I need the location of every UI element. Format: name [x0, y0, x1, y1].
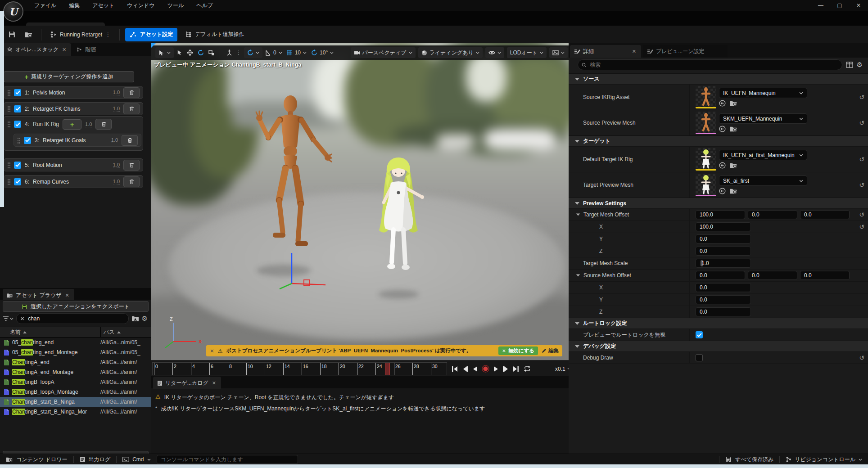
grid-snap-button[interactable]: 10	[285, 47, 308, 58]
scale-snap-button[interactable]: 0	[263, 47, 284, 58]
asset-row[interactable]: ChantingA_end /All/Ga...i/anim/	[0, 357, 151, 367]
section-preview-settings[interactable]: Preview Settings	[569, 198, 868, 208]
asset-search-box[interactable]	[16, 313, 129, 324]
perspective-button[interactable]: パースペクティブ	[351, 47, 416, 58]
tab-details[interactable]: 詳細 ✕	[570, 45, 641, 58]
browse-asset-icon[interactable]	[730, 188, 737, 194]
asset-thumbnail-girl[interactable]	[696, 148, 716, 171]
step-forward-button[interactable]	[503, 366, 509, 372]
timeline-ruler[interactable]: 0 2 4 6 8 10 12 14 16 18 20 22 24 26 28 …	[152, 362, 447, 375]
delete-op-button[interactable]	[95, 119, 112, 130]
asset-settings-button[interactable]: アセット設定	[125, 28, 177, 41]
console-command-input[interactable]: コンソールコマンドを入力します	[157, 455, 298, 464]
tab-op-stack[interactable]: オペレ...スタック ✕	[3, 43, 71, 56]
reset-to-default-icon[interactable]: ↺	[859, 211, 864, 218]
reset-to-default-icon[interactable]: ↺	[859, 181, 864, 189]
menu-window[interactable]: ウィンドウ	[121, 0, 161, 11]
op-row-retarget-ik-goals[interactable]: 3: Retarget IK Goals 1.0	[14, 134, 141, 147]
viewport-3d[interactable]: Z X ⋮ 0	[151, 43, 570, 360]
loop-button[interactable]	[524, 366, 531, 372]
delete-op-button[interactable]	[123, 104, 140, 114]
vp-more-icon[interactable]: ⋮	[236, 50, 241, 56]
asset-settings-gear-icon[interactable]: ⚙	[142, 315, 148, 323]
property-label[interactable]: Source Mesh Offset	[569, 270, 690, 281]
go-to-start-button[interactable]	[452, 366, 458, 372]
translate-tool-button[interactable]	[185, 47, 195, 58]
drag-handle-icon[interactable]	[7, 162, 10, 168]
op-weight[interactable]: 1.0	[111, 137, 118, 143]
menu-file[interactable]: ファイル	[28, 0, 63, 11]
window-minimize-button[interactable]: —	[811, 0, 830, 11]
delete-op-button[interactable]	[123, 160, 140, 171]
op-enabled-checkbox[interactable]	[14, 89, 21, 96]
disable-postprocess-button[interactable]: ✕ 無効にする	[498, 346, 538, 355]
use-selected-asset-icon[interactable]	[719, 126, 726, 132]
saved-search-folder-icon[interactable]	[131, 315, 139, 322]
details-search-input[interactable]	[589, 61, 838, 68]
go-to-end-button[interactable]	[513, 366, 520, 372]
op-enabled-checkbox[interactable]	[14, 121, 21, 128]
target-anime-girl-character[interactable]	[365, 153, 432, 292]
asset-thumbnail-mannequin[interactable]	[696, 112, 716, 134]
target-mesh-dropdown[interactable]: SK_ai_first	[719, 176, 807, 186]
drag-handle-icon[interactable]	[7, 90, 10, 96]
asset-row[interactable]: 05_chanting_end_Montage /All/Ga...nim/05…	[0, 347, 151, 357]
viewport-options-button[interactable]	[155, 47, 174, 58]
coordinate-space-button[interactable]	[225, 47, 234, 58]
asset-row[interactable]: 05_chanting_end /All/Ga...nim/05_	[0, 338, 151, 347]
column-view-icon[interactable]	[846, 62, 853, 68]
op-weight[interactable]: 1.0	[85, 122, 92, 127]
section-source[interactable]: ソース	[569, 73, 868, 84]
asset-thumbnail-girl[interactable]	[696, 174, 716, 196]
running-retarget-button[interactable]: Running Retarget ⋮	[45, 28, 116, 41]
op-weight[interactable]: 1.0	[113, 106, 120, 112]
scale-value-field[interactable]: 1.0	[696, 259, 751, 268]
cmd-dropdown[interactable]: Cmd	[117, 454, 156, 464]
asset-row[interactable]: ChantingB_start_B_Ninga_Mor /All/Ga...i/…	[0, 407, 151, 417]
op-row-pelvis-motion[interactable]: 1: Pelvis Motion 1.0	[4, 86, 143, 99]
use-selected-asset-icon[interactable]	[719, 188, 726, 194]
window-close-button[interactable]: ✕	[849, 0, 868, 11]
add-retarget-op-button[interactable]: + 新規リターゲティング操作を追加	[4, 71, 134, 82]
z-value-field[interactable]: 0.0	[696, 307, 751, 316]
window-maximize-button[interactable]: ▢	[830, 0, 849, 11]
op-weight[interactable]: 1.0	[113, 90, 120, 95]
op-enabled-checkbox[interactable]	[14, 178, 21, 185]
reset-to-default-icon[interactable]: ↺	[859, 119, 864, 126]
reset-to-default-icon[interactable]: ↺	[859, 94, 864, 101]
tab-hierarchy[interactable]: 階層	[72, 43, 100, 56]
section-root-lock[interactable]: ルートロック設定	[569, 318, 868, 328]
content-drawer-button[interactable]: コンテンツ ドロワー	[0, 454, 73, 464]
select-tool-button[interactable]	[175, 47, 184, 58]
op-stack-close-icon[interactable]: ✕	[61, 47, 67, 53]
step-back-button[interactable]	[462, 366, 468, 372]
details-search-box[interactable]	[578, 59, 842, 70]
more-options-icon[interactable]: ⋮	[105, 32, 111, 38]
use-selected-asset-icon[interactable]	[719, 100, 726, 107]
lod-button[interactable]: LODオート	[507, 47, 547, 58]
op-row-retarget-fk-chains[interactable]: 2: Retarget FK Chains 1.0	[4, 102, 143, 115]
delete-op-button[interactable]	[123, 176, 140, 187]
tab-retarget-log[interactable]: リターゲ...カログ ✕	[153, 377, 221, 389]
reset-to-default-icon[interactable]: ↺	[859, 354, 864, 361]
warning-close-icon[interactable]: ✕	[210, 348, 214, 354]
column-name[interactable]: 名前	[0, 328, 27, 336]
drag-handle-icon[interactable]	[17, 137, 20, 144]
default-chain-ops-button[interactable]: デフォルト追加操作	[180, 28, 249, 41]
offset-y-field[interactable]: 0.0	[748, 271, 797, 280]
source-ikrig-dropdown[interactable]: IK_UEFN_Mannequin	[719, 88, 807, 98]
revision-control-button[interactable]: リビジョンコントロール	[780, 454, 868, 464]
op-weight[interactable]: 1.0	[113, 179, 120, 184]
x-value-field[interactable]: 0.0	[696, 283, 751, 292]
screenshot-button[interactable]	[549, 47, 568, 58]
x-value-field[interactable]: 100.0	[696, 222, 751, 231]
browse-to-asset-button[interactable]	[20, 28, 37, 41]
asset-row[interactable]: ChantingA_end_Montage /All/Ga...i/anim/	[0, 367, 151, 377]
output-log-button[interactable]: 出力ログ	[74, 454, 117, 464]
menu-tools[interactable]: ツール	[161, 0, 190, 11]
menu-asset[interactable]: アセット	[86, 0, 121, 11]
asset-thumbnail-mannequin[interactable]	[696, 86, 716, 108]
op-row-remap-curves[interactable]: 6: Remap Curves 1.0	[4, 175, 143, 188]
browse-asset-icon[interactable]	[730, 126, 737, 132]
details-close-icon[interactable]: ✕	[631, 49, 637, 54]
